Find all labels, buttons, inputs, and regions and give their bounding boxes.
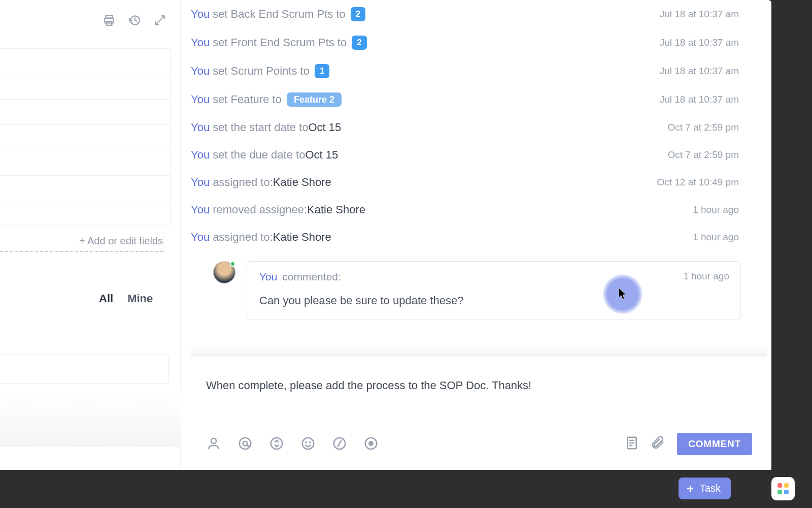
activity-actor[interactable]: You [191, 176, 210, 189]
svg-line-4 [160, 16, 164, 20]
activity-text: assigned to: [213, 176, 273, 189]
new-subtask-input[interactable] [0, 355, 168, 384]
apps-icon [777, 483, 789, 494]
expand-button[interactable] [152, 13, 167, 28]
activity-actor[interactable]: You [191, 65, 210, 78]
print-icon [103, 14, 116, 27]
activity-actor[interactable]: You [191, 36, 210, 49]
custom-field-slot[interactable] [0, 99, 171, 124]
activity-value: Oct 15 [305, 148, 338, 162]
activity-pill: 1 [315, 64, 329, 78]
activity-time: 1 hour ago [693, 232, 739, 243]
activity-pill: Feature 2 [287, 92, 342, 107]
activity-actor[interactable]: You [191, 148, 210, 162]
person-icon [206, 436, 221, 451]
composer-text[interactable]: When complete, please add the process to… [206, 379, 531, 392]
updown-icon [269, 436, 284, 451]
custom-field-slot[interactable] [0, 175, 171, 201]
activity-text: set the start date to [213, 121, 308, 134]
activity-time: Oct 7 at 2:59 pm [668, 149, 739, 161]
custom-field-slot[interactable] [0, 48, 171, 74]
activity-row: Youassigned to: Katie Shore1 hour ago [191, 224, 759, 251]
composer-tools-left [206, 436, 381, 453]
activity-row: Youset Front End Scrum Pts to 2Jul 18 at… [191, 28, 759, 57]
activity-time: Oct 7 at 2:59 pm [668, 122, 739, 133]
comment-verb: commented: [279, 271, 341, 282]
document-button[interactable] [624, 435, 641, 453]
activity-row: Youset Scrum Points to 1Jul 18 at 10:37 … [191, 57, 759, 85]
svg-point-6 [211, 438, 216, 443]
custom-field-slot[interactable] [0, 150, 171, 175]
mention-button[interactable] [238, 436, 255, 453]
svg-point-10 [302, 438, 314, 450]
history-button[interactable] [127, 13, 142, 28]
tab-all[interactable]: All [99, 292, 113, 305]
activity-value: Katie Shore [307, 203, 365, 216]
expand-icon [153, 14, 166, 27]
emoji-icon [300, 436, 316, 451]
activity-time: Jul 18 at 10:37 am [660, 9, 739, 20]
activity-actor[interactable]: You [191, 203, 210, 216]
activity-time: 1 hour ago [693, 204, 739, 215]
task-sidebar: + Add or edit fields All Mine [0, 0, 181, 470]
quick-action-button[interactable] [269, 436, 286, 453]
history-icon [128, 14, 141, 27]
comment-composer: When complete, please add the process to… [191, 356, 767, 467]
svg-point-16 [369, 441, 373, 446]
paperclip-icon [651, 435, 666, 451]
tab-mine[interactable]: Mine [127, 292, 153, 305]
svg-point-12 [310, 442, 310, 442]
activity-actor[interactable]: You [191, 93, 210, 106]
new-task-button[interactable]: Task [679, 478, 731, 499]
activity-row: Youset Back End Scrum Pts to 2Jul 18 at … [191, 0, 759, 28]
cursor-icon [618, 288, 627, 301]
activity-row: Youremoved assignee: Katie Shore1 hour a… [191, 196, 759, 224]
comment-block: You commented: 1 hour ago Can you please… [213, 261, 741, 320]
apps-button[interactable] [771, 477, 795, 500]
activity-pill: 2 [351, 7, 365, 21]
activity-value: Oct 15 [308, 121, 341, 134]
activity-time: Oct 12 at 10:49 pm [657, 177, 739, 188]
activity-row: Youset the due date to Oct 15Oct 7 at 2:… [191, 141, 759, 169]
avatar[interactable] [213, 261, 235, 283]
activity-text: set Back End Scrum Pts to [213, 8, 346, 21]
activity-actor[interactable]: You [191, 231, 210, 244]
activity-text: assigned to: [213, 231, 273, 244]
record-button[interactable] [363, 436, 381, 453]
activity-value: Katie Shore [273, 231, 331, 244]
custom-field-slot[interactable] [0, 201, 171, 226]
activity-text: set Front End Scrum Pts to [213, 36, 347, 49]
activity-row: Youset Feature to Feature 2Jul 18 at 10:… [191, 85, 759, 114]
activity-text: set Feature to [213, 93, 282, 106]
comment-header: You commented: [259, 271, 728, 283]
custom-field-slot[interactable] [0, 124, 171, 150]
print-button[interactable] [101, 13, 117, 28]
svg-point-11 [306, 442, 307, 442]
record-icon [363, 436, 379, 451]
activity-time: Jul 18 at 10:37 am [660, 66, 739, 77]
composer-top-shadow [191, 345, 767, 357]
attach-button[interactable] [651, 435, 668, 453]
activity-actor[interactable]: You [191, 121, 210, 134]
emoji-button[interactable] [300, 436, 318, 453]
slash-icon [332, 436, 347, 451]
task-panel: + Add or edit fields All Mine Youset Bac… [0, 0, 771, 470]
svg-line-5 [155, 20, 160, 25]
composer-tools-right: COMMENT [624, 433, 752, 455]
activity-actor[interactable]: You [191, 8, 210, 21]
comment-body: Can you please be sure to update these? [259, 294, 728, 307]
comment-submit-button[interactable]: COMMENT [677, 433, 752, 455]
activity-row: Youassigned to: Katie ShoreOct 12 at 10:… [191, 169, 759, 196]
add-edit-fields-link[interactable]: + Add or edit fields [0, 231, 163, 252]
presence-dot [230, 261, 235, 267]
slash-command-button[interactable] [332, 436, 349, 453]
document-icon [624, 435, 639, 451]
assign-comment-button[interactable] [206, 436, 223, 453]
svg-point-8 [243, 441, 248, 446]
activity-pill: 2 [352, 36, 366, 50]
comment-card[interactable]: You commented: 1 hour ago Can you please… [247, 261, 741, 320]
custom-field-slot[interactable] [0, 74, 171, 99]
plus-icon [686, 484, 695, 493]
click-highlight [603, 274, 642, 314]
activity-text: removed assignee: [213, 203, 307, 216]
